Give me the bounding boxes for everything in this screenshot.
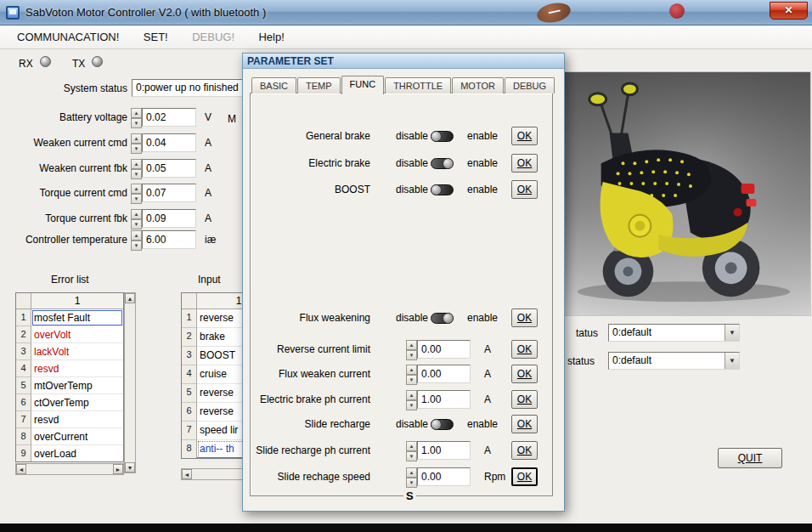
toggle-switch[interactable]: [431, 131, 454, 142]
error-list-hscrollbar[interactable]: ◄ ►: [15, 463, 124, 475]
scroll-up-icon[interactable]: ▲: [125, 293, 135, 303]
grid-cell[interactable]: resvd: [31, 360, 123, 377]
ok-button[interactable]: OK: [511, 415, 538, 433]
grid-row-number[interactable]: 9: [16, 445, 31, 462]
grid-row-number[interactable]: 8: [16, 428, 31, 445]
grid-cell[interactable]: ctOverTemp: [31, 394, 123, 411]
field-input[interactable]: 0.02: [142, 108, 196, 127]
field-input[interactable]: 0.04: [142, 133, 196, 152]
param-input[interactable]: 0.00: [417, 340, 471, 359]
grid-corner[interactable]: [16, 293, 31, 309]
grid-row-number[interactable]: 1: [182, 309, 197, 328]
dialog-title[interactable]: PARAMETER SET: [243, 54, 564, 69]
spin-down-icon[interactable]: ▼: [406, 451, 417, 461]
grid-row-number[interactable]: 5: [182, 384, 197, 403]
field-input[interactable]: 0.09: [142, 209, 196, 228]
spin-up-icon[interactable]: ▲: [406, 441, 417, 451]
grid-row-number[interactable]: 1: [16, 309, 31, 326]
tab-throttle[interactable]: THROTTLE: [385, 77, 451, 93]
param-input[interactable]: 0.00: [417, 365, 471, 383]
ok-button[interactable]: OK: [511, 441, 538, 460]
grid-row-number[interactable]: 3: [182, 347, 197, 365]
spin-up-icon[interactable]: ▲: [131, 133, 142, 144]
status1-combo[interactable]: 0:default ▼: [608, 324, 740, 342]
grid-cell[interactable]: overCurrent: [31, 428, 123, 445]
grid-cell[interactable]: resvd: [31, 411, 123, 428]
chevron-down-icon[interactable]: ▼: [725, 325, 739, 341]
field-input[interactable]: 0.05: [142, 159, 196, 178]
menu-set[interactable]: SET!: [133, 25, 178, 48]
grid-row-number[interactable]: 4: [16, 360, 31, 377]
spin-down-icon[interactable]: ▼: [406, 400, 417, 410]
ok-button[interactable]: OK: [511, 340, 538, 359]
grid-row-number[interactable]: 7: [16, 411, 31, 428]
spin-up-icon[interactable]: ▲: [406, 340, 417, 350]
ok-button[interactable]: OK: [511, 127, 538, 145]
spinner-updown[interactable]: ▲▼: [131, 159, 142, 178]
menu-debug[interactable]: DEBUG!: [182, 25, 245, 48]
menu-communacation[interactable]: COMMUNACATION!: [7, 25, 129, 48]
error-list-vscrollbar[interactable]: ▲ ▼: [124, 292, 136, 473]
grid-corner[interactable]: [182, 293, 197, 309]
spin-down-icon[interactable]: ▼: [131, 241, 142, 251]
grid-row-number[interactable]: 2: [16, 326, 31, 343]
title-bar[interactable]: SabVoton Motor Controller V2.0 ( with bl…: [0, 0, 812, 25]
scroll-right-icon[interactable]: ►: [113, 464, 123, 474]
menu-help[interactable]: Help!: [248, 25, 294, 48]
toggle-switch[interactable]: [431, 313, 454, 324]
spin-down-icon[interactable]: ▼: [131, 219, 142, 229]
spin-down-icon[interactable]: ▼: [131, 169, 142, 179]
spinner-updown[interactable]: ▲▼: [406, 340, 417, 359]
spin-down-icon[interactable]: ▼: [131, 194, 142, 204]
tab-temp[interactable]: TEMP: [297, 77, 341, 93]
grid-row-number[interactable]: 8: [182, 440, 197, 459]
spin-down-icon[interactable]: ▼: [406, 375, 417, 385]
grid-row-number[interactable]: 5: [16, 377, 31, 394]
toggle-switch[interactable]: [431, 184, 454, 195]
toggle-switch[interactable]: [431, 419, 454, 430]
spinner-updown[interactable]: ▲▼: [406, 467, 417, 486]
spin-up-icon[interactable]: ▲: [406, 467, 417, 478]
spinner-updown[interactable]: ▲▼: [131, 108, 142, 127]
ok-button[interactable]: OK: [511, 390, 538, 409]
spinner-updown[interactable]: ▲▼: [406, 441, 417, 460]
param-input[interactable]: 1.00: [417, 441, 471, 460]
spin-down-icon[interactable]: ▼: [131, 118, 142, 128]
scroll-left-icon[interactable]: ◄: [16, 464, 26, 474]
spinner-updown[interactable]: ▲▼: [406, 390, 417, 409]
spin-up-icon[interactable]: ▲: [131, 108, 142, 118]
spin-up-icon[interactable]: ▲: [131, 159, 142, 169]
spinner-updown[interactable]: ▲▼: [131, 209, 142, 228]
grid-row-number[interactable]: 3: [16, 343, 31, 360]
spin-up-icon[interactable]: ▲: [406, 365, 417, 375]
spinner-updown[interactable]: ▲▼: [131, 230, 142, 249]
grid-row-number[interactable]: 2: [182, 328, 197, 347]
grid-cell[interactable]: overVolt: [31, 326, 123, 343]
ok-button[interactable]: OK: [511, 308, 538, 327]
chevron-down-icon[interactable]: ▼: [725, 353, 739, 369]
grid-cell[interactable]: mosfet Fault: [31, 309, 123, 326]
tab-func[interactable]: FUNC: [341, 76, 385, 94]
close-button[interactable]: ✕: [770, 2, 808, 20]
spinner-updown[interactable]: ▲▼: [131, 133, 142, 152]
tab-basic[interactable]: BASIC: [251, 77, 296, 93]
spin-up-icon[interactable]: ▲: [406, 390, 417, 400]
status2-combo[interactable]: 0:default ▼: [608, 352, 740, 370]
spinner-updown[interactable]: ▲▼: [406, 365, 417, 383]
ok-button[interactable]: OK: [511, 365, 538, 383]
grid-row-number[interactable]: 6: [182, 403, 197, 422]
ok-button[interactable]: OK: [511, 154, 538, 173]
ok-button[interactable]: OK: [511, 180, 538, 199]
spin-up-icon[interactable]: ▲: [131, 209, 142, 219]
tab-debug[interactable]: DEBUG: [505, 77, 555, 93]
field-input[interactable]: 0.07: [142, 184, 196, 202]
spin-down-icon[interactable]: ▼: [131, 144, 142, 154]
spin-up-icon[interactable]: ▲: [131, 184, 142, 194]
grid-cell[interactable]: overLoad: [31, 445, 123, 462]
grid-row-number[interactable]: 7: [182, 422, 197, 440]
grid-row-number[interactable]: 4: [182, 365, 197, 384]
spin-up-icon[interactable]: ▲: [131, 230, 142, 241]
spinner-updown[interactable]: ▲▼: [131, 184, 142, 202]
grid-cell[interactable]: lackVolt: [31, 343, 123, 360]
param-input[interactable]: 0.00: [417, 467, 471, 486]
